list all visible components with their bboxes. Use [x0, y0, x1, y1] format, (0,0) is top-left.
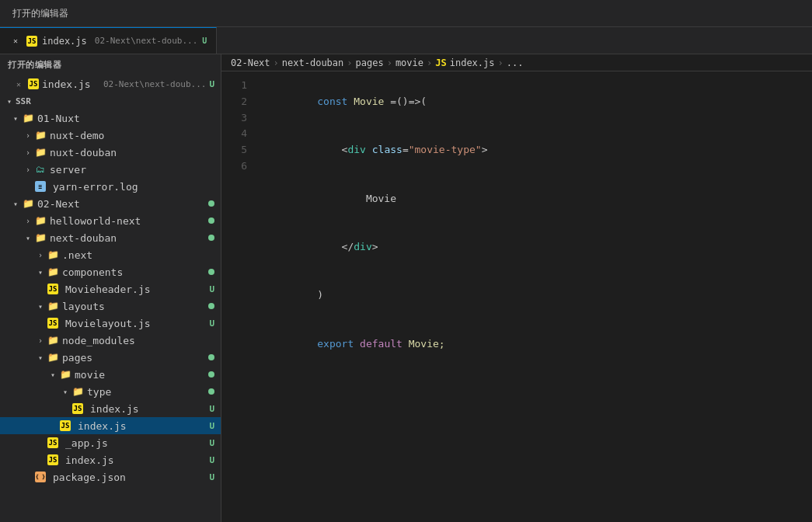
yarn-error-label: yarn-error.log — [53, 181, 221, 193]
server-label: server — [50, 164, 221, 176]
movielayout-js-icon: JS — [47, 317, 59, 329]
nuxt-douban-folder-icon: 📁 — [34, 146, 47, 158]
breadcrumb-sep-4: › — [427, 57, 432, 68]
code-line-3: Movie — [256, 175, 800, 223]
index-pages-js-icon: JS — [47, 454, 59, 466]
tree-item-helloworld-next[interactable]: › 📁 helloworld-next — [0, 212, 221, 229]
tree-item-app-js[interactable]: JS _app.js U — [0, 434, 221, 451]
nuxt-demo-chevron: › — [22, 129, 34, 141]
token-movie-text: Movie — [317, 193, 396, 204]
token-eq: = — [403, 144, 409, 155]
token-close-lt: </ — [317, 241, 354, 252]
index-type-label: index.js — [90, 403, 209, 415]
tree-item-movielayout[interactable]: JS Movielayout.js U — [0, 315, 221, 332]
pages-dot — [208, 354, 214, 360]
movielayout-badge: U — [209, 318, 214, 329]
nuxt-douban-chevron: › — [22, 146, 34, 158]
open-file-name: index.js — [42, 78, 103, 90]
tree-item-yarn-error[interactable]: ≡ yarn-error.log — [0, 178, 221, 195]
next-02-chevron: ▾ — [9, 197, 22, 210]
tree-item-02-next[interactable]: ▾ 📁 02-Next — [0, 195, 221, 212]
token-class-val: "movie-type" — [409, 144, 482, 155]
tree-item-index-movie[interactable]: JS index.js U — [0, 417, 221, 434]
token-Movie-fn: Movie — [354, 96, 384, 107]
open-file-close[interactable]: ✕ — [12, 78, 25, 90]
pages-chevron: ▾ — [34, 351, 47, 364]
breadcrumb-part-4: movie — [396, 57, 423, 68]
token-arrow: =()=>( — [384, 96, 427, 107]
dot-next-chevron: › — [34, 249, 47, 261]
tree-item-dot-next[interactable]: › 📁 .next — [0, 246, 221, 263]
main-layout: 打开的编辑器 ✕ JS index.js 02-Next\next-doub..… — [0, 54, 812, 522]
nuxt-01-label: 01-Nuxt — [37, 113, 221, 124]
tree-item-movieheader[interactable]: JS Movieheader.js U — [0, 280, 221, 298]
next-02-folder-icon: 📁 — [22, 197, 34, 210]
movie-dot — [208, 371, 214, 378]
breadcrumb-sep-5: › — [498, 57, 504, 68]
breadcrumb: 02-Next › next-douban › pages › movie › … — [221, 54, 812, 71]
movie-label: movie — [75, 369, 208, 381]
index-movie-js-icon: JS — [59, 419, 71, 432]
tree-item-type[interactable]: ▾ 📁 type — [0, 383, 221, 400]
code-content[interactable]: const Movie =()=>( <div class="movie-typ… — [256, 78, 812, 522]
index-type-badge: U — [209, 404, 214, 414]
sidebar[interactable]: 打开的编辑器 ✕ JS index.js 02-Next\next-doub..… — [0, 54, 221, 522]
open-file-path: 02-Next\next-doub... — [103, 79, 206, 89]
token-space — [366, 144, 372, 155]
movielayout-label: Movielayout.js — [65, 318, 209, 329]
pages-folder-icon: 📁 — [47, 351, 59, 364]
next-douban-dot — [208, 235, 214, 241]
nuxt-demo-folder-icon: 📁 — [34, 129, 47, 141]
code-line-5: ) — [256, 272, 800, 320]
node-modules-label: node_modules — [62, 335, 221, 346]
tab-close-button[interactable]: ✕ — [9, 35, 22, 47]
app-js-label: _app.js — [65, 437, 209, 449]
tree-item-index-pages[interactable]: JS index.js U — [0, 451, 221, 468]
layouts-dot — [208, 303, 214, 309]
open-file-index-js[interactable]: ✕ JS index.js 02-Next\next-doub... U — [0, 75, 221, 92]
layouts-chevron: ▾ — [34, 300, 47, 312]
open-file-js-icon: JS — [28, 78, 39, 89]
top-bar-title: 打开的编辑器 — [6, 4, 75, 23]
js-file-icon: JS — [26, 36, 37, 47]
breadcrumb-part-5: index.js — [450, 57, 495, 68]
tree-item-node-modules[interactable]: › 📁 node_modules — [0, 332, 221, 349]
open-editors-section: 打开的编辑器 — [0, 54, 221, 75]
next-douban-label: next-douban — [50, 232, 208, 244]
tree-item-index-type[interactable]: JS index.js U — [0, 400, 221, 417]
code-line-1: const Movie =()=>( — [256, 78, 800, 126]
tree-item-pages[interactable]: ▾ 📁 pages — [0, 349, 221, 366]
tree-item-next-douban[interactable]: ▾ 📁 next-douban — [0, 229, 221, 246]
index-movie-badge: U — [209, 421, 214, 431]
nuxt-demo-label: nuxt-demo — [50, 130, 221, 141]
nuxt-01-chevron: ▾ — [9, 112, 22, 124]
tree-item-01-nuxt[interactable]: ▾ 📁 01-Nuxt — [0, 110, 221, 127]
editor-area: 02-Next › next-douban › pages › movie › … — [221, 54, 812, 522]
token-class-attr: class — [372, 144, 403, 155]
movieheader-badge: U — [209, 284, 214, 294]
breadcrumb-sep-3: › — [387, 57, 392, 68]
tree-item-package-json[interactable]: { } package.json U — [0, 468, 221, 485]
token-gt: > — [482, 144, 488, 155]
tab-path: 02-Next\next-doub... — [95, 36, 197, 46]
helloworld-label: helloworld-next — [50, 215, 208, 227]
type-chevron: ▾ — [59, 385, 71, 398]
movieheader-js-icon: JS — [47, 283, 59, 295]
tab-index-js[interactable]: ✕ JS index.js 02-Next\next-doub... U — [0, 27, 217, 54]
helloworld-chevron: › — [22, 214, 34, 227]
movie-folder-icon: 📁 — [59, 368, 71, 381]
token-const: const — [317, 96, 354, 107]
tree-item-server[interactable]: › 🗂 server — [0, 161, 221, 178]
tree-item-nuxt-demo[interactable]: › 📁 nuxt-demo — [0, 127, 221, 144]
top-bar: 打开的编辑器 — [0, 0, 812, 27]
tree-item-layouts[interactable]: ▾ 📁 layouts — [0, 298, 221, 315]
tree-item-movie[interactable]: ▾ 📁 movie — [0, 366, 221, 383]
dot-next-label: .next — [62, 249, 221, 261]
ssr-chevron: ▾ — [3, 95, 16, 107]
tree-item-components[interactable]: ▾ 📁 components — [0, 263, 221, 280]
breadcrumb-part-6: ... — [507, 57, 524, 68]
node-modules-folder-icon: 📁 — [47, 334, 59, 346]
code-editor[interactable]: 1 2 3 4 5 6 const Movie =()=>( <div clas… — [221, 71, 812, 522]
tree-item-nuxt-douban[interactable]: › 📁 nuxt-douban — [0, 144, 221, 161]
components-chevron: ▾ — [34, 266, 47, 278]
